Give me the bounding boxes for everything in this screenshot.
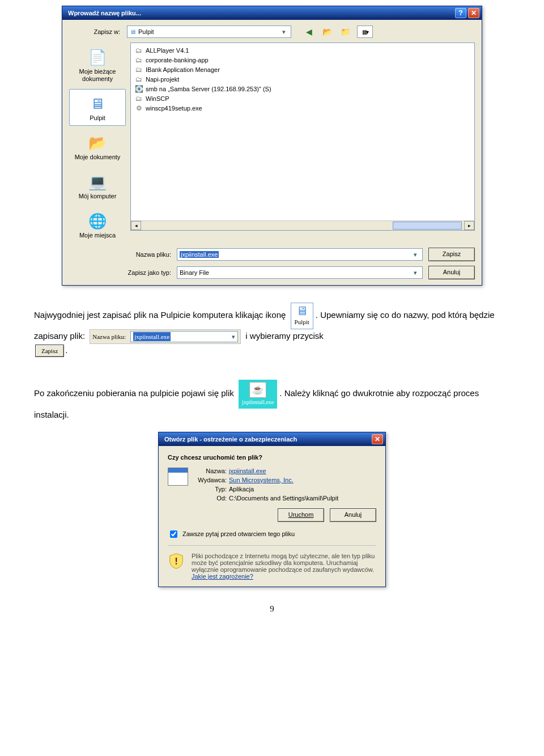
file-item[interactable]: ⚙winscp419setup.exe [134,103,471,113]
shortcut-icon: 🗂 [134,46,143,54]
shortcut-icon: 🗂 [134,56,143,64]
shortcut-icon: 🗂 [134,95,143,103]
instruction-paragraph-2: Po zakończeniu pobierania na pulpicie po… [34,380,510,422]
java-file-chip: ☕ jxpiinstall.exe [239,380,277,409]
save-as-dialog: Wprowadź nazwę pliku... ? ✕ Zapisz w: 🖥 … [62,6,482,286]
up-one-level-icon[interactable]: 📂 [321,26,333,37]
place-my-network[interactable]: 🌐 Moje miejsca [69,206,126,243]
new-folder-icon[interactable]: 📁 [339,26,351,37]
close-button[interactable]: ✕ [372,434,383,444]
back-icon[interactable]: ◀ [303,26,315,37]
chevron-down-icon: ▾ [411,269,420,277]
chevron-down-icon: ▾ [279,28,288,36]
risk-link[interactable]: Jakie jest zagrożenie? [192,573,253,580]
scroll-thumb[interactable] [393,222,462,230]
run-question: Czy chcesz uruchomić ten plik? [168,454,376,461]
shield-warning-icon: ! [168,553,185,570]
horizontal-scrollbar[interactable]: ◂ ▸ [131,220,474,230]
help-button[interactable]: ? [455,8,466,18]
cancel-button[interactable]: Anuluj [330,508,376,522]
dialog-titlebar[interactable]: Otwórz plik - ostrzeżenie o zabezpieczen… [159,432,385,446]
desktop-icon: 🖥 [296,305,308,317]
filename-label: Nazwa pliku: [126,251,171,258]
filename-input[interactable]: jxpiinstall.exe ▾ [177,248,423,261]
java-icon: ☕ [249,382,266,398]
file-item[interactable]: 🗂IBank Application Menager [134,65,471,74]
dialog-title: Wprowadź nazwę pliku... [68,10,453,16]
pulpit-chip: 🖥 Pulpit [291,303,313,329]
zapisz-inline-button: Zapisz [35,345,64,358]
file-name-link[interactable]: jxpiinstall.exe [229,468,338,474]
cancel-button[interactable]: Anuluj [428,266,475,279]
chevron-down-icon: ▾ [411,251,420,258]
svg-text:!: ! [175,555,178,566]
scroll-right-icon[interactable]: ▸ [464,221,474,230]
file-item[interactable]: 🗂Napi-projekt [134,74,471,84]
file-type-value: Aplikacja [229,486,338,492]
drive-icon: 💽 [134,85,143,93]
dialog-titlebar[interactable]: Wprowadź nazwę pliku... ? ✕ [62,6,482,20]
filename-box: jxpiinstall.exe ▾ [130,331,238,343]
my-docs-icon: 📂 [86,132,109,154]
instruction-paragraph-1: Najwygodniej jest zapisać plik na Pulpic… [34,303,510,357]
desktop-icon: 🖥 [130,28,136,35]
file-item[interactable]: 🗂ALLPlayer V4.1 [134,45,471,55]
file-item[interactable]: 💽smb na „Samba Server (192.168.99.253)" … [134,84,471,94]
page-number: 9 [34,604,510,614]
places-bar: 📄 Moje bieżące dokumenty 🖥 Pulpit 📂 Moje… [69,43,126,243]
file-list-pane[interactable]: 🗂ALLPlayer V4.1 🗂corporate-banking-app 🗂… [130,43,475,231]
my-computer-icon: 💻 [86,171,109,193]
publisher-link[interactable]: Sun Microsystems, Inc. [229,477,338,483]
always-ask-input[interactable] [170,530,177,538]
always-ask-checkbox[interactable]: Zawsze pytaj przed otwarciem tego pliku [168,529,376,540]
save-button[interactable]: Zapisz [428,248,475,261]
desktop-icon: 🖥 [86,93,109,114]
recent-docs-icon: 📄 [86,46,109,68]
view-menu-icon[interactable]: ▦▾ [357,26,373,38]
exe-icon: ⚙ [134,104,143,112]
save-in-value: Pulpit [138,28,154,35]
close-button[interactable]: ✕ [468,8,479,18]
file-item[interactable]: 🗂WinSCP [134,94,471,103]
place-my-docs[interactable]: 📂 Moje dokumenty [69,128,126,165]
place-recent-docs[interactable]: 📄 Moje bieżące dokumenty [69,43,126,87]
application-icon [168,468,188,486]
shortcut-icon: 🗂 [134,66,143,74]
scroll-left-icon[interactable]: ◂ [131,221,141,230]
run-button[interactable]: Uruchom [278,508,324,522]
my-network-icon: 🌐 [86,210,109,232]
warning-text: Pliki pochodzące z Internetu mogą być uż… [192,553,376,580]
save-in-label: Zapisz w: [69,28,122,35]
filetype-combo[interactable]: Binary File ▾ [177,266,423,279]
place-my-computer[interactable]: 💻 Mój komputer [69,167,126,204]
save-in-combo[interactable]: 🖥 Pulpit ▾ [127,26,291,38]
security-warning-dialog: Otwórz plik - ostrzeżenie o zabezpieczen… [158,432,386,587]
chevron-down-icon: ▾ [227,332,235,342]
place-desktop[interactable]: 🖥 Pulpit [69,89,126,126]
dialog-title: Otwórz plik - ostrzeżenie o zabezpieczen… [164,436,370,443]
file-item[interactable]: 🗂corporate-banking-app [134,55,471,65]
filename-strip: Nazwa pliku: jxpiinstall.exe ▾ [90,329,241,345]
filetype-label: Zapisz jako typ: [126,269,171,276]
file-from-value: C:\Documents and Settings\kamil\Pulpit [229,495,338,502]
shortcut-icon: 🗂 [134,75,143,83]
